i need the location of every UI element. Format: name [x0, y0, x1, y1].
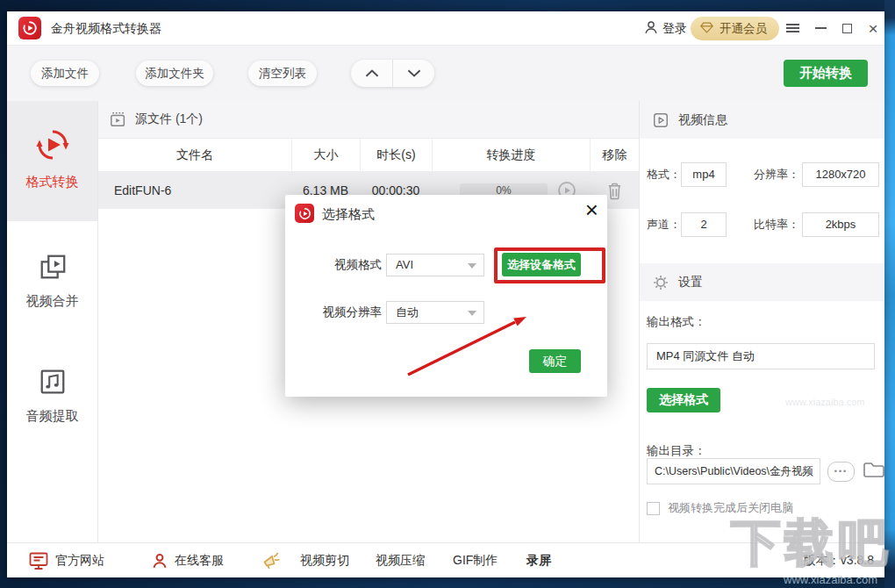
monitor-icon	[28, 550, 49, 571]
menu-button[interactable]	[783, 18, 802, 38]
reorder-control	[351, 60, 434, 87]
login-button[interactable]: 登录	[643, 19, 687, 38]
megaphone-icon	[261, 550, 283, 571]
toolbar: 添加文件 添加文件夹 清空列表 开始转换	[7, 46, 884, 101]
vip-upgrade-button[interactable]: 开通会员	[691, 17, 779, 40]
add-file-button[interactable]: 添加文件	[31, 61, 99, 86]
minimize-button[interactable]	[811, 18, 830, 38]
start-convert-button[interactable]: 开始转换	[784, 60, 868, 87]
output-dir-field[interactable]: C:\Users\Public\Videos\金舟视频	[647, 458, 820, 484]
app-title: 金舟视频格式转换器	[51, 21, 161, 37]
confirm-button[interactable]: 确定	[529, 349, 581, 373]
sidebar-item-audio-extract[interactable]: 音频提取	[7, 367, 97, 425]
resolution-value: 1280x720	[802, 162, 879, 187]
source-files-header: 源文件 (1个)	[98, 101, 639, 139]
video-compress-link[interactable]: 视频压缩	[376, 543, 425, 578]
official-site-link[interactable]: 官方网站	[28, 543, 104, 578]
watermark-side: www.xiazaiba.com	[785, 397, 864, 407]
app-logo-icon	[18, 17, 41, 39]
desktop-edge	[884, 0, 895, 588]
file-name: EditFUN-6	[98, 172, 291, 209]
gif-maker-link[interactable]: GIF制作	[453, 543, 498, 578]
bitrate-label: 比特率：	[754, 212, 799, 237]
minimize-icon	[815, 27, 827, 29]
close-icon: ×	[868, 20, 877, 37]
browse-dir-button[interactable]: •••	[827, 462, 855, 482]
video-format-label: 视频格式	[303, 254, 382, 276]
format-label: 格式：	[647, 162, 681, 187]
gear-icon	[652, 274, 669, 291]
online-service-link[interactable]: 在线客服	[151, 543, 224, 578]
video-resolution-select[interactable]: 自动	[386, 301, 484, 324]
titlebar: 金舟视频格式转换器 登录 开通会员 ×	[7, 11, 884, 46]
audio-extract-icon	[38, 367, 68, 397]
watermark-url: www.xiazaiba.com	[784, 573, 877, 586]
folder-icon	[863, 460, 885, 479]
open-folder-button[interactable]	[863, 460, 885, 482]
trash-icon[interactable]	[606, 182, 623, 200]
column-remove: 移除	[590, 139, 639, 171]
channel-label: 声道：	[647, 212, 681, 237]
video-resolution-label: 视频分辨率	[303, 301, 382, 324]
settings-header: 设置	[640, 263, 884, 301]
right-panel: 视频信息 格式： mp4 分辨率： 1280x720 声道： 2 比特率： 2k…	[639, 101, 884, 542]
channel-value: 2	[681, 212, 727, 237]
maximize-button[interactable]	[837, 18, 856, 38]
annotation-highlight-box	[494, 247, 605, 283]
add-folder-button[interactable]: 添加文件夹	[136, 61, 213, 86]
bitrate-value: 2kbps	[802, 212, 879, 237]
resolution-label: 分辨率：	[754, 162, 799, 187]
video-merge-icon	[38, 252, 68, 282]
maximize-icon	[842, 24, 852, 33]
sidebar-item-video-merge[interactable]: 视频合并	[7, 252, 97, 310]
video-info-header: 视频信息	[640, 101, 884, 139]
film-icon	[110, 111, 127, 128]
promo-megaphone	[261, 543, 283, 578]
move-down-button[interactable]	[393, 60, 434, 87]
chevron-up-icon	[364, 68, 380, 78]
user-icon	[643, 19, 659, 38]
output-format-label: 输出格式：	[647, 310, 706, 334]
app-window: 金舟视频格式转换器 登录 开通会员 × 添加文件 添加文件夹 清空列表	[7, 11, 884, 577]
shutdown-checkbox[interactable]	[647, 502, 660, 515]
video-format-select[interactable]: AVI	[386, 254, 484, 276]
video-info-icon	[652, 111, 669, 129]
caret-down-icon	[468, 263, 476, 269]
screen-record-link[interactable]: 录屏	[526, 543, 551, 578]
output-format-value: MP4 同源文件 自动	[647, 343, 875, 369]
table-header: 文件名 大小 时长(s) 转换进度 移除	[98, 139, 639, 172]
move-up-button[interactable]	[351, 60, 393, 87]
gem-icon	[699, 21, 714, 37]
dialog-close-icon[interactable]: ×	[585, 197, 598, 224]
format-convert-icon	[35, 127, 70, 162]
close-button[interactable]: ×	[863, 18, 883, 38]
chevron-down-icon	[406, 68, 422, 78]
column-duration: 时长(s)	[360, 139, 432, 171]
dialog-logo-icon	[295, 204, 314, 223]
column-size: 大小	[291, 139, 360, 171]
clear-list-button[interactable]: 清空列表	[248, 61, 317, 86]
dialog-title: 选择格式	[322, 206, 375, 223]
select-format-dialog: 选择格式 × 视频格式 AVI 选择设备格式 视频分辨率 自动 确定	[285, 195, 607, 397]
source-files-count: 源文件 (1个)	[135, 111, 203, 127]
sidebar-item-format-convert[interactable]: 格式转换	[7, 101, 97, 221]
column-progress: 转换进度	[432, 139, 590, 171]
choose-format-button[interactable]: 选择格式	[647, 388, 720, 412]
column-filename: 文件名	[98, 139, 291, 171]
service-person-icon	[151, 552, 168, 570]
sidebar: 格式转换 视频合并 音频提取	[7, 101, 98, 542]
format-value: mp4	[681, 162, 727, 187]
video-cut-link[interactable]: 视频剪切	[300, 543, 349, 578]
hamburger-icon	[786, 22, 799, 34]
caret-down-icon	[468, 311, 476, 316]
watermark-text: 下载吧	[731, 510, 891, 577]
